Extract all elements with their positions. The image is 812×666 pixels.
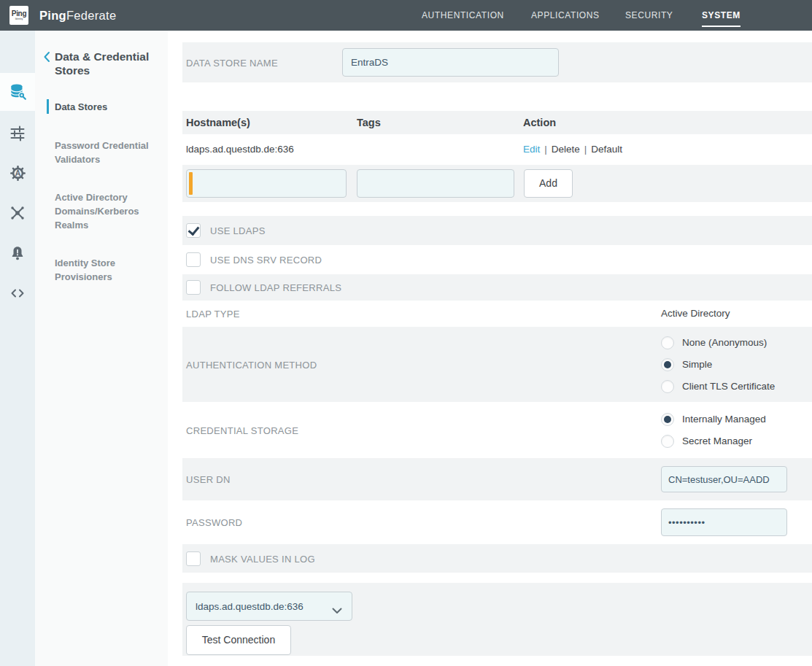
sidebar-item-label: Identity Store Provisioners [55, 258, 115, 282]
radio-icon[interactable] [661, 380, 674, 393]
sidebar-item-ad-domains-kerberos[interactable]: Active Directory Domains/Kerberos Realms [55, 190, 161, 232]
mask-values-row: MASK VALUES IN LOG [182, 544, 812, 573]
column-hostnames: Hostname(s) [186, 111, 250, 134]
data-store-name-row: DATA STORE NAME [182, 42, 812, 82]
pingfederate-admin-screen: Ping Identity PingFederate AUTHENTICATIO… [0, 0, 812, 666]
action-separator: | [584, 144, 587, 155]
ldap-type-value: Active Directory [661, 301, 730, 327]
add-host-row: Add [182, 165, 812, 202]
follow-referrals-label: FOLLOW LDAP REFERRALS [210, 282, 341, 293]
mask-values-label: MASK VALUES IN LOG [210, 553, 315, 564]
mask-values-checkbox[interactable] [186, 551, 201, 566]
bell-alert-glyph [9, 244, 26, 262]
authentication-method-label: AUTHENTICATION METHOD [186, 359, 317, 370]
radio-secret-manager[interactable]: Secret Manager [661, 433, 766, 449]
radio-icon[interactable] [661, 435, 674, 448]
authentication-method-options: None (Anonymous) Simple Client TLS Certi… [661, 327, 775, 402]
radio-label: Internally Managed [682, 414, 766, 425]
data-stores-icon[interactable] [0, 73, 35, 111]
radio-internally-managed[interactable]: Internally Managed [661, 411, 766, 427]
test-connection-button[interactable]: Test Connection [186, 625, 291, 655]
notifications-icon[interactable] [0, 234, 35, 272]
admin-gear-icon[interactable]: A [0, 154, 35, 192]
radio-none-anonymous[interactable]: None (Anonymous) [661, 335, 775, 351]
sidebar-item-identity-store-provisioners[interactable]: Identity Store Provisioners [55, 256, 161, 284]
radio-label: Secret Manager [682, 435, 752, 446]
database-key-icon [8, 82, 27, 101]
follow-referrals-row: FOLLOW LDAP REFERRALS [182, 274, 812, 301]
sidebar-item-label: Password Credential Validators [55, 140, 149, 165]
nav-authentication[interactable]: AUTHENTICATION [422, 0, 504, 31]
radio-icon-selected[interactable] [661, 358, 674, 371]
connection-test-section: ldaps.ad.questdb.de:636 Test Connection [182, 583, 812, 656]
credential-storage-label: CREDENTIAL STORAGE [186, 425, 298, 435]
icon-rail: A [0, 31, 35, 666]
code-icon[interactable] [0, 274, 35, 312]
column-tags: Tags [357, 111, 381, 134]
data-store-name-label: DATA STORE NAME [186, 57, 278, 68]
logo-subtext: Identity [14, 18, 24, 20]
cluster-icon[interactable] [0, 194, 35, 232]
follow-referrals-checkbox[interactable] [186, 280, 201, 295]
sidebar-item-password-credential-validators[interactable]: Password Credential Validators [55, 139, 161, 166]
password-row: PASSWORD [182, 500, 812, 544]
sidebar: Data & Credential Stores Data Stores Pas… [35, 31, 168, 666]
sidebar-item-data-stores[interactable]: Data Stores [55, 100, 161, 114]
nav-system[interactable]: SYSTEM [702, 0, 741, 31]
app-title-bold: Ping [39, 9, 66, 22]
credential-storage-options: Internally Managed Secret Manager [661, 402, 766, 458]
password-input[interactable] [661, 508, 787, 536]
active-indicator-bar [47, 99, 49, 114]
sidebar-item-label: Data Stores [55, 101, 107, 112]
radio-icon[interactable] [661, 336, 674, 349]
top-navbar: Ping Identity PingFederate AUTHENTICATIO… [0, 0, 812, 31]
user-dn-label: USER DN [186, 474, 231, 485]
ping-identity-logo[interactable]: Ping Identity [9, 6, 28, 25]
text-caret [189, 172, 193, 195]
use-ldaps-row: USE LDAPS [182, 216, 812, 245]
delete-link[interactable]: Delete [552, 144, 580, 155]
user-dn-input[interactable] [661, 466, 787, 492]
selected-host: ldaps.ad.questdb.de:636 [196, 601, 303, 612]
sliders-icon[interactable] [0, 114, 35, 152]
radio-icon-selected[interactable] [661, 413, 674, 426]
ldap-type-row: LDAP TYPE Active Directory [182, 301, 812, 327]
sidebar-heading: Data & Credential Stores [55, 50, 164, 77]
new-tags-input[interactable] [357, 169, 514, 198]
radio-label: None (Anonymous) [682, 337, 767, 348]
default-link[interactable]: Default [591, 144, 622, 155]
nav-applications[interactable]: APPLICATIONS [531, 0, 600, 31]
app-title: PingFederate [39, 0, 116, 31]
radio-label: Simple [682, 359, 712, 370]
add-button[interactable]: Add [524, 169, 573, 198]
action-separator: | [544, 144, 547, 155]
code-brackets-glyph [9, 284, 26, 302]
data-store-name-input[interactable] [342, 48, 559, 77]
edit-link[interactable]: Edit [523, 144, 540, 155]
chevron-down-icon [332, 604, 342, 617]
new-hostname-input[interactable] [186, 169, 347, 198]
use-dns-srv-checkbox[interactable] [186, 252, 201, 267]
password-label: PASSWORD [186, 517, 242, 528]
hostname-value: ldaps.ad.questdb.de:636 [186, 134, 294, 165]
use-dns-srv-label: USE DNS SRV RECORD [210, 255, 322, 266]
connection-host-select[interactable]: ldaps.ad.questdb.de:636 [186, 592, 352, 621]
use-ldaps-label: USE LDAPS [210, 225, 266, 236]
authentication-method-row: AUTHENTICATION METHOD None (Anonymous) S… [182, 327, 812, 402]
app-title-light: Federate [66, 9, 116, 22]
host-table-row: ldaps.ad.questdb.de:636 Edit|Delete|Defa… [182, 134, 812, 165]
back-chevron-icon[interactable] [43, 51, 50, 66]
radio-simple[interactable]: Simple [661, 357, 775, 373]
user-dn-row: USER DN [182, 458, 812, 500]
use-dns-srv-row: USE DNS SRV RECORD [182, 245, 812, 274]
radio-client-tls-certificate[interactable]: Client TLS Certificate [661, 379, 775, 395]
use-ldaps-checkbox[interactable] [186, 223, 201, 238]
credential-storage-row: CREDENTIAL STORAGE Internally Managed Se… [182, 402, 812, 458]
row-actions: Edit|Delete|Default [523, 134, 622, 165]
column-action: Action [523, 111, 556, 134]
svg-text:A: A [15, 169, 20, 177]
gear-a-glyph: A [9, 164, 27, 182]
radio-label: Client TLS Certificate [682, 381, 775, 392]
hosts-table-header: Hostname(s) Tags Action [182, 111, 812, 134]
nav-security[interactable]: SECURITY [625, 0, 673, 31]
